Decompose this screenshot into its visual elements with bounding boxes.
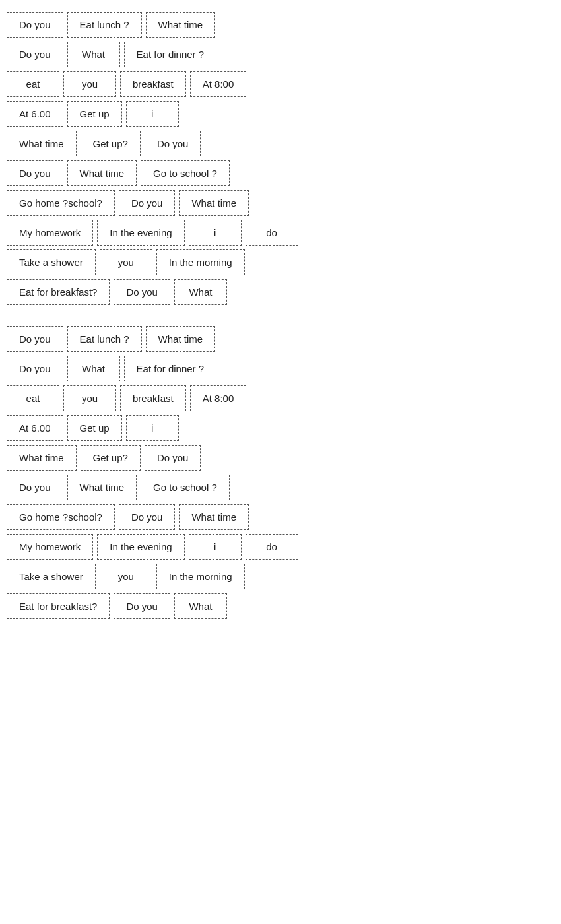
row-6: Go home ?school?Do youWhat time [7,504,554,530]
word-card[interactable]: Eat for dinner ? [124,356,217,381]
word-card[interactable]: Take a shower [7,564,96,589]
word-card[interactable]: Get up [67,101,122,127]
row-3: At 6.00Get upi [7,101,554,127]
word-card[interactable]: you [63,71,116,97]
row-2: eatyoubreakfastAt 8:00 [7,385,554,411]
word-card[interactable]: In the morning [156,249,245,275]
row-7: My homeworkIn the eveningido [7,220,554,246]
row-4: What timeGet up?Do you [7,445,554,471]
word-card[interactable]: you [100,249,152,275]
word-card[interactable]: At 6.00 [7,415,63,441]
row-5: Do youWhat timeGo to school ? [7,475,554,500]
word-card[interactable]: Eat lunch ? [67,326,142,352]
word-card[interactable]: What [174,593,227,619]
word-card[interactable]: i [126,101,179,127]
row-1: Do youWhatEat for dinner ? [7,42,554,67]
row-3: At 6.00Get upi [7,415,554,441]
word-card[interactable]: In the evening [97,220,184,246]
word-card[interactable]: Eat lunch ? [67,12,142,38]
word-card[interactable]: breakfast [120,385,186,411]
row-4: What timeGet up?Do you [7,131,554,156]
word-card[interactable]: i [126,415,179,441]
word-card[interactable]: What time [146,12,216,38]
word-card[interactable]: My homework [7,534,93,560]
word-card[interactable]: Go home ?school? [7,504,115,530]
row-1: Do youWhatEat for dinner ? [7,356,554,381]
row-7: My homeworkIn the eveningido [7,534,554,560]
word-card[interactable]: Do you [7,12,63,38]
row-2: eatyoubreakfastAt 8:00 [7,71,554,97]
row-9: Eat for breakfast?Do youWhat [7,593,554,619]
word-card[interactable]: What time [7,445,77,471]
word-card[interactable]: Take a shower [7,249,96,275]
word-card[interactable]: What time [7,131,77,156]
word-card[interactable]: Eat for breakfast? [7,593,110,619]
word-card[interactable]: Go to school ? [141,160,230,186]
word-card[interactable]: Do you [7,42,63,67]
word-card[interactable]: What time [179,504,249,530]
word-card[interactable]: What time [146,326,216,352]
word-card[interactable]: At 8:00 [190,385,247,411]
word-card[interactable]: i [189,220,242,246]
row-6: Go home ?school?Do youWhat time [7,190,554,216]
row-5: Do youWhat timeGo to school ? [7,160,554,186]
word-card[interactable]: Do you [7,326,63,352]
word-card[interactable]: do [246,220,298,246]
word-card[interactable]: My homework [7,220,93,246]
section-1: Do youEat lunch ?What timeDo youWhatEat … [0,8,561,310]
row-8: Take a showeryouIn the morning [7,249,554,275]
word-card[interactable]: Go home ?school? [7,190,115,216]
word-card[interactable]: i [189,534,242,560]
word-card[interactable]: What [174,279,227,305]
word-card[interactable]: What time [179,190,249,216]
word-card[interactable]: At 6.00 [7,101,63,127]
word-card[interactable]: Get up? [81,131,141,156]
word-card[interactable]: What time [67,160,137,186]
row-0: Do youEat lunch ?What time [7,326,554,352]
word-card[interactable]: What [67,356,120,381]
word-card[interactable]: eat [7,385,59,411]
word-card[interactable]: Do you [145,445,201,471]
word-card[interactable]: In the morning [156,564,245,589]
word-card[interactable]: do [246,534,298,560]
word-card[interactable]: eat [7,71,59,97]
word-card[interactable]: Go to school ? [141,475,230,500]
row-9: Eat for breakfast?Do youWhat [7,279,554,305]
word-card[interactable]: Eat for dinner ? [124,42,217,67]
word-card[interactable]: Do you [7,160,63,186]
page-title [0,0,561,8]
word-card[interactable]: Do you [119,504,176,530]
word-card[interactable]: Do you [119,190,176,216]
section-2: Do youEat lunch ?What timeDo youWhatEat … [0,322,561,624]
word-card[interactable]: Do you [114,593,170,619]
word-card[interactable]: you [100,564,152,589]
word-card[interactable]: In the evening [97,534,184,560]
word-card[interactable]: Get up? [81,445,141,471]
word-card[interactable]: Do you [145,131,201,156]
row-8: Take a showeryouIn the morning [7,564,554,589]
word-card[interactable]: Get up [67,415,122,441]
row-0: Do youEat lunch ?What time [7,12,554,38]
word-card[interactable]: breakfast [120,71,186,97]
word-card[interactable]: At 8:00 [190,71,247,97]
word-card[interactable]: Do you [114,279,170,305]
word-card[interactable]: What [67,42,120,67]
word-card[interactable]: Eat for breakfast? [7,279,110,305]
word-card[interactable]: Do you [7,475,63,500]
word-card[interactable]: you [63,385,116,411]
word-card[interactable]: What time [67,475,137,500]
word-card[interactable]: Do you [7,356,63,381]
